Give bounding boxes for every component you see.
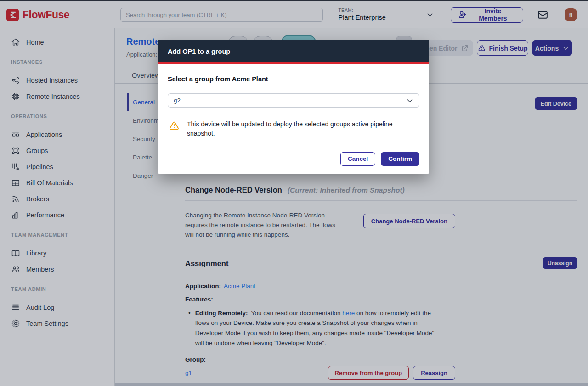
chevron-down-icon[interactable]	[406, 97, 413, 104]
cancel-button[interactable]: Cancel	[340, 152, 375, 166]
dialog-footer: Cancel Confirm	[168, 152, 419, 166]
dialog-body: Select a group from Acme Plant This devi…	[158, 64, 429, 174]
add-to-group-dialog: Add OP1 to a group Select a group from A…	[158, 40, 429, 174]
group-select-label: Select a group from Acme Plant	[168, 75, 419, 83]
warning-message: This device will be updated to deploy th…	[168, 119, 419, 138]
warning-triangle-icon	[169, 120, 180, 131]
warning-text: This device will be updated to deploy th…	[187, 119, 419, 138]
confirm-button[interactable]: Confirm	[381, 152, 419, 166]
dialog-title: Add OP1 to a group	[168, 47, 419, 56]
group-select-input[interactable]	[174, 97, 406, 104]
dialog-header: Add OP1 to a group	[158, 40, 429, 64]
text-caret	[181, 97, 181, 105]
group-select[interactable]	[168, 93, 419, 108]
